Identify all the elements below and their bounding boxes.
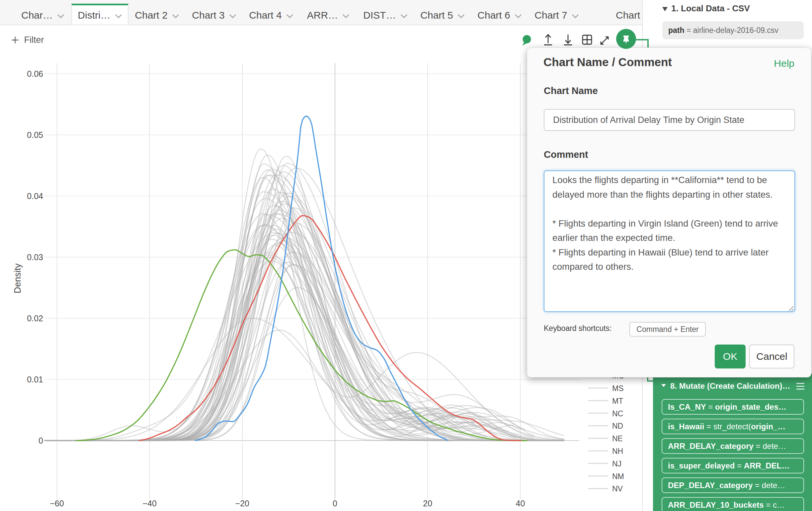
svg-text:−60: −60: [50, 499, 64, 508]
svg-text:0.03: 0.03: [27, 252, 43, 262]
svg-text:MT: MT: [612, 397, 623, 405]
svg-text:−40: −40: [142, 499, 156, 508]
svg-text:Density: Density: [12, 263, 23, 293]
svg-text:MS: MS: [612, 384, 624, 393]
svg-text:0.04: 0.04: [27, 191, 43, 201]
svg-text:NE: NE: [612, 434, 623, 443]
svg-text:NV: NV: [612, 484, 623, 493]
svg-text:0: 0: [38, 436, 43, 445]
svg-text:0.01: 0.01: [27, 375, 43, 384]
svg-text:NC: NC: [612, 409, 623, 418]
svg-text:0.06: 0.06: [27, 69, 43, 78]
svg-text:NM: NM: [612, 472, 624, 481]
svg-text:0.02: 0.02: [27, 314, 43, 323]
svg-text:−20: −20: [235, 499, 249, 508]
svg-text:0: 0: [332, 499, 337, 508]
svg-text:40: 40: [516, 499, 525, 508]
svg-text:0.05: 0.05: [27, 130, 43, 139]
svg-text:NJ: NJ: [612, 459, 621, 468]
svg-text:20: 20: [423, 499, 432, 508]
svg-text:ND: ND: [612, 422, 623, 430]
svg-text:NH: NH: [612, 447, 623, 456]
